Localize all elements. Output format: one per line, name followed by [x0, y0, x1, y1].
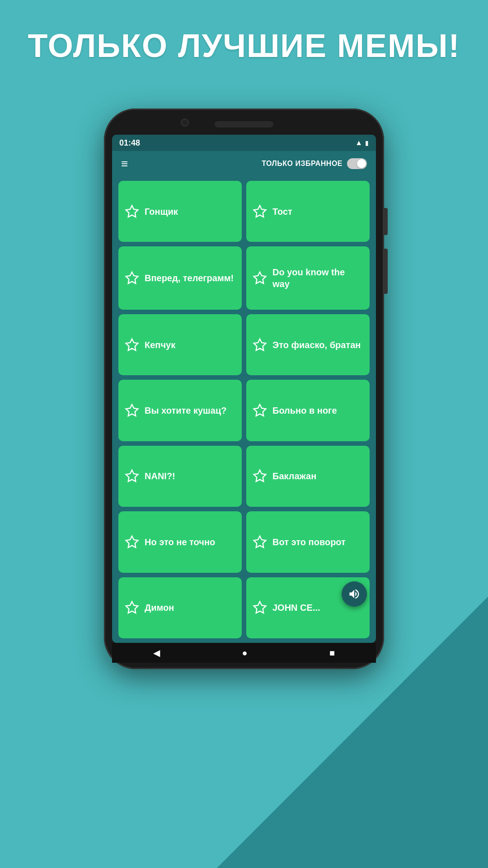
meme-item-2[interactable]: Тост — [246, 181, 370, 242]
phone-shell: 01:48 ▲ ▮ ≡ ТОЛЬКО ИЗБРАННОЕ — [104, 108, 384, 669]
meme-label: Но это не точно — [145, 536, 215, 548]
svg-marker-10 — [126, 536, 138, 547]
meme-item-3[interactable]: Вперед, телеграмм! — [118, 246, 242, 309]
status-time: 01:48 — [119, 138, 140, 148]
meme-label: Вы хотите кушац? — [145, 405, 226, 416]
page-title: ТОЛЬКО ЛУЧШИЕ МЕМЫ! — [0, 27, 488, 64]
meme-item-4[interactable]: Do you know the way — [246, 246, 370, 309]
meme-item-8[interactable]: Больно в ноге — [246, 380, 370, 441]
star-icon — [125, 600, 139, 615]
volume-up-button — [384, 208, 388, 235]
svg-marker-5 — [254, 339, 266, 350]
phone-nav-bar: ◀ ● ■ — [112, 643, 376, 663]
home-nav-button[interactable]: ● — [242, 648, 247, 658]
svg-marker-7 — [254, 405, 266, 416]
signal-icon: ▲ — [355, 139, 362, 147]
star-icon — [253, 338, 267, 352]
meme-item-11[interactable]: Но это не точно — [118, 511, 242, 572]
meme-item-7[interactable]: Вы хотите кушац? — [118, 380, 242, 441]
meme-label: Больно в ноге — [272, 405, 337, 416]
star-icon — [253, 600, 267, 615]
svg-marker-0 — [126, 205, 138, 217]
meme-label: Димон — [145, 602, 174, 613]
favorites-toggle[interactable] — [347, 158, 367, 169]
star-icon — [125, 271, 139, 285]
meme-label: Баклажан — [272, 470, 316, 482]
meme-grid: Гонщик Тост Вперед, телеграмм! Do you kn… — [112, 176, 376, 643]
meme-label: Кепчук — [145, 339, 175, 351]
volume-fab-button[interactable] — [342, 581, 367, 607]
svg-marker-9 — [254, 470, 266, 481]
favorites-label: ТОЛЬКО ИЗБРАННОЕ — [262, 160, 343, 168]
volume-down-button — [384, 249, 388, 294]
star-icon — [253, 469, 267, 483]
meme-label: Do you know the way — [272, 266, 363, 290]
svg-marker-12 — [126, 602, 138, 613]
phone-camera — [181, 118, 189, 127]
star-icon — [125, 469, 139, 483]
status-icons: ▲ ▮ — [355, 139, 369, 147]
star-icon — [125, 535, 139, 549]
battery-icon: ▮ — [365, 139, 369, 146]
meme-item-5[interactable]: Кепчук — [118, 314, 242, 375]
meme-item-9[interactable]: NANI?! — [118, 446, 242, 507]
phone-container: 01:48 ▲ ▮ ≡ ТОЛЬКО ИЗБРАННОЕ — [104, 108, 384, 823]
meme-label: Это фиаско, братан — [272, 339, 361, 351]
meme-item-1[interactable]: Гонщик — [118, 181, 242, 242]
meme-label: Тост — [272, 206, 292, 217]
svg-marker-4 — [126, 339, 138, 350]
toolbar-right: ТОЛЬКО ИЗБРАННОЕ — [262, 158, 367, 169]
star-icon — [253, 535, 267, 549]
phone-speaker — [215, 121, 273, 127]
hamburger-menu-icon[interactable]: ≡ — [121, 158, 128, 170]
app-toolbar: ≡ ТОЛЬКО ИЗБРАННОЕ — [112, 151, 376, 176]
star-icon — [125, 338, 139, 352]
star-icon — [253, 271, 267, 285]
back-nav-button[interactable]: ◀ — [153, 647, 160, 658]
star-icon — [125, 403, 139, 418]
meme-item-13[interactable]: Димон — [118, 577, 242, 638]
star-icon — [253, 204, 267, 219]
meme-item-12[interactable]: Вот это поворот — [246, 511, 370, 572]
svg-marker-8 — [126, 470, 138, 481]
meme-label: Вот это поворот — [272, 536, 346, 548]
svg-marker-6 — [126, 405, 138, 416]
star-icon — [253, 403, 267, 418]
svg-marker-11 — [254, 536, 266, 547]
meme-item-6[interactable]: Это фиаско, братан — [246, 314, 370, 375]
volume-icon — [348, 588, 361, 600]
svg-marker-1 — [254, 205, 266, 217]
toggle-knob — [357, 159, 366, 168]
meme-label: JOHN CE... — [272, 602, 320, 613]
meme-label: NANI?! — [145, 470, 175, 482]
status-bar: 01:48 ▲ ▮ — [112, 135, 376, 151]
phone-screen: 01:48 ▲ ▮ ≡ ТОЛЬКО ИЗБРАННОЕ — [112, 135, 376, 643]
svg-marker-3 — [254, 272, 266, 283]
meme-label: Вперед, телеграмм! — [145, 272, 234, 284]
svg-marker-2 — [126, 272, 138, 283]
meme-label: Гонщик — [145, 206, 178, 217]
recent-nav-button[interactable]: ■ — [329, 648, 335, 658]
svg-marker-13 — [254, 602, 266, 613]
star-icon — [125, 204, 139, 219]
meme-item-10[interactable]: Баклажан — [246, 446, 370, 507]
